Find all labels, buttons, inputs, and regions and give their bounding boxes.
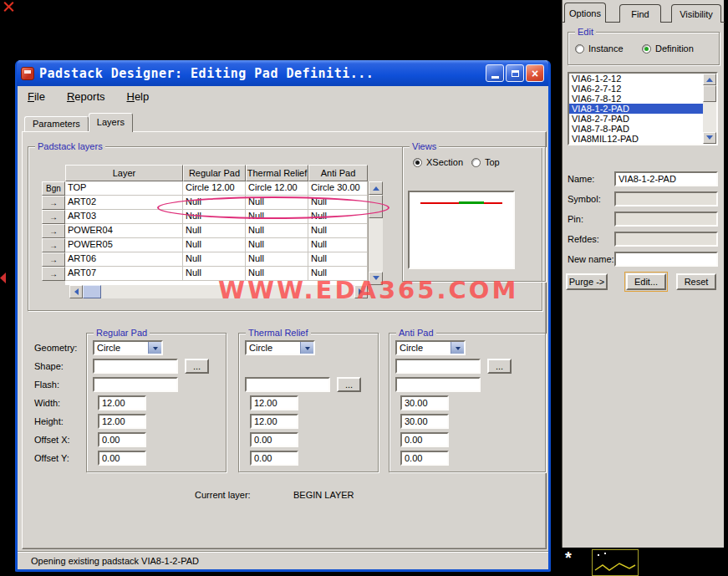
anti-offset-y-input[interactable]: [400, 451, 449, 466]
row-button-arrow[interactable]: →: [42, 210, 65, 224]
cell-thermal-relief[interactable]: Null: [246, 224, 308, 238]
cell-regular-pad[interactable]: Circle 12.00: [183, 181, 246, 196]
regular-flash-input[interactable]: [93, 377, 178, 392]
anti-flash-input[interactable]: [395, 377, 481, 392]
header-regular-pad[interactable]: Regular Pad: [183, 165, 246, 181]
titlebar[interactable]: Padstack Designer: Editing Pad Definiti.…: [17, 60, 548, 86]
cell-anti-pad[interactable]: Null: [308, 210, 368, 224]
tab-layers[interactable]: Layers: [89, 113, 133, 132]
combo-dropdown-button[interactable]: [300, 342, 313, 354]
row-button-arrow[interactable]: →: [42, 238, 65, 252]
cell-regular-pad[interactable]: Null: [183, 196, 246, 210]
definition-radio[interactable]: Definition: [642, 43, 694, 54]
cell-layer[interactable]: TOP: [65, 181, 183, 196]
anti-geometry-combo[interactable]: Circle: [395, 340, 466, 355]
regular-shape-input[interactable]: [93, 359, 178, 374]
scroll-up-button[interactable]: [703, 74, 716, 85]
cell-thermal-relief[interactable]: Null: [246, 196, 308, 210]
pin-input[interactable]: [614, 212, 718, 227]
thermal-width-input[interactable]: [250, 395, 298, 410]
minimize-button[interactable]: [486, 64, 504, 82]
thermal-geometry-combo[interactable]: Circle: [245, 340, 315, 355]
row-button-bgn[interactable]: Bgn: [42, 181, 65, 196]
list-item[interactable]: VIA8-2-7-PAD: [569, 114, 703, 124]
padstack-list[interactable]: VIA6-1-2-12 VIA6-2-7-12 VIA6-7-8-12 VIA8…: [568, 72, 718, 145]
combo-dropdown-button[interactable]: [451, 342, 464, 354]
menu-reports[interactable]: Reports: [64, 89, 109, 104]
list-item[interactable]: VIA6-1-2-12: [569, 74, 703, 84]
tab-options[interactable]: Options: [564, 3, 606, 23]
header-thermal-relief[interactable]: Thermal Relief: [246, 165, 308, 181]
cell-thermal-relief[interactable]: Null: [246, 210, 308, 224]
cell-regular-pad[interactable]: Null: [183, 224, 246, 238]
cell-layer[interactable]: POWER04: [65, 224, 183, 238]
tab-visibility[interactable]: Visibility: [671, 4, 721, 23]
list-scroll-thumb[interactable]: [703, 85, 716, 102]
new-name-input[interactable]: [614, 252, 718, 267]
regular-offset-x-input[interactable]: [98, 432, 146, 447]
thermal-flash-input[interactable]: [245, 377, 330, 392]
header-anti-pad[interactable]: Anti Pad: [308, 165, 368, 181]
scroll-left-button[interactable]: [69, 285, 83, 298]
scroll-down-button[interactable]: [703, 132, 716, 144]
cell-thermal-relief[interactable]: Null: [246, 238, 308, 252]
cell-anti-pad[interactable]: Null: [308, 196, 368, 210]
row-button-arrow[interactable]: →: [42, 267, 65, 281]
row-button-arrow[interactable]: →: [42, 224, 65, 238]
cell-regular-pad[interactable]: Null: [183, 238, 246, 252]
anti-shape-browse-button[interactable]: ...: [487, 359, 512, 374]
cell-thermal-relief[interactable]: Null: [246, 267, 308, 281]
regular-geometry-combo[interactable]: Circle: [93, 340, 163, 355]
cell-anti-pad[interactable]: Null: [308, 224, 368, 238]
cell-anti-pad[interactable]: Circle 30.00: [308, 181, 368, 196]
edit-button[interactable]: Edit...: [626, 273, 666, 290]
list-item[interactable]: VIA8MIL12-PAD: [569, 134, 703, 144]
regular-width-input[interactable]: [98, 395, 146, 410]
menu-help[interactable]: Help: [124, 89, 153, 104]
anti-width-input[interactable]: [400, 395, 449, 410]
table-vscrollbar[interactable]: [369, 181, 383, 285]
purge-button[interactable]: Purge ->: [566, 273, 608, 290]
scroll-right-button[interactable]: [354, 285, 368, 298]
list-item-selected[interactable]: VIA8-1-2-PAD: [569, 104, 703, 114]
list-item[interactable]: VIA8-7-8-PAD: [569, 124, 703, 134]
cell-anti-pad[interactable]: Null: [308, 252, 368, 267]
regular-shape-browse-button[interactable]: ...: [185, 359, 209, 374]
thermal-flash-browse-button[interactable]: ...: [337, 377, 361, 392]
scroll-down-button[interactable]: [369, 272, 383, 285]
menu-file[interactable]: File: [24, 89, 48, 104]
row-button-arrow[interactable]: →: [42, 196, 65, 210]
reset-button[interactable]: Reset: [676, 273, 716, 290]
cell-regular-pad[interactable]: Null: [183, 267, 246, 281]
row-button-arrow[interactable]: →: [42, 252, 65, 267]
thermal-offset-y-input[interactable]: [250, 451, 298, 466]
world-view[interactable]: [592, 549, 639, 576]
xsection-radio[interactable]: XSection: [413, 157, 463, 167]
scroll-up-button[interactable]: [369, 181, 383, 195]
anti-shape-input[interactable]: [395, 359, 481, 374]
symbol-input[interactable]: [614, 191, 718, 206]
cell-regular-pad[interactable]: Null: [183, 252, 246, 267]
cell-layer[interactable]: ART06: [65, 252, 183, 267]
cell-anti-pad[interactable]: Null: [308, 267, 368, 281]
refdes-input[interactable]: [614, 232, 718, 247]
hscroll-thumb[interactable]: [83, 285, 101, 298]
cell-layer[interactable]: ART03: [65, 210, 183, 224]
regular-offset-y-input[interactable]: [98, 451, 146, 466]
table-hscrollbar[interactable]: [69, 285, 368, 298]
regular-height-input[interactable]: [98, 414, 146, 429]
list-item[interactable]: VIA6-7-8-12: [569, 94, 703, 104]
anti-offset-x-input[interactable]: [400, 432, 449, 447]
close-button[interactable]: ×: [526, 64, 544, 82]
name-input[interactable]: [614, 171, 718, 186]
cell-thermal-relief[interactable]: Null: [246, 252, 308, 267]
anti-height-input[interactable]: [400, 414, 449, 429]
tab-find[interactable]: Find: [619, 4, 661, 23]
cell-regular-pad[interactable]: Null: [183, 210, 246, 224]
cell-layer[interactable]: ART02: [65, 196, 183, 210]
instance-radio[interactable]: Instance: [575, 43, 624, 54]
vscroll-thumb[interactable]: [369, 195, 383, 218]
combo-dropdown-button[interactable]: [148, 342, 161, 354]
cell-thermal-relief[interactable]: Circle 12.00: [246, 181, 308, 196]
cell-layer[interactable]: POWER05: [65, 238, 183, 252]
